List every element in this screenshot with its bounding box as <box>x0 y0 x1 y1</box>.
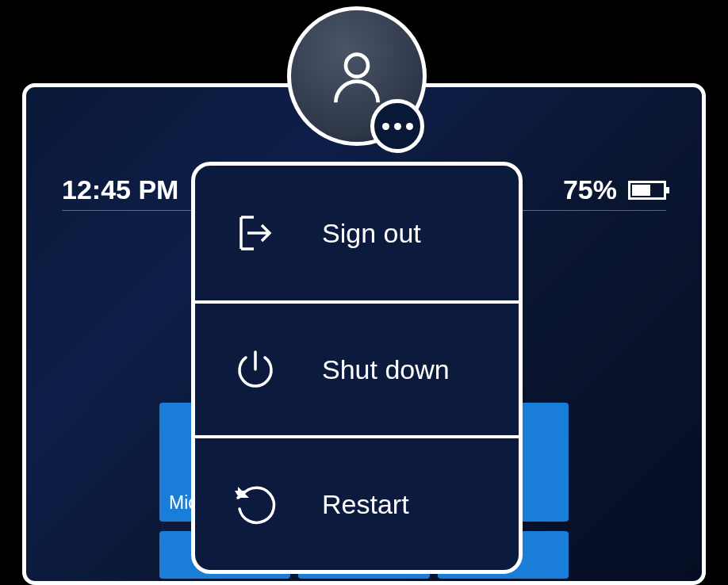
sign-out-button[interactable]: Sign out <box>195 166 519 300</box>
power-menu: Sign out Shut down Restart <box>191 162 523 574</box>
restart-button[interactable]: Restart <box>195 435 519 570</box>
battery-icon <box>628 181 666 200</box>
power-icon <box>233 347 278 392</box>
shut-down-button[interactable]: Shut down <box>195 300 519 435</box>
battery-percent: 75% <box>563 174 617 205</box>
svg-point-0 <box>346 55 368 77</box>
menu-label: Shut down <box>322 354 450 385</box>
restart-icon <box>233 482 278 526</box>
more-options-button[interactable] <box>370 99 424 153</box>
person-icon <box>325 44 389 108</box>
menu-label: Sign out <box>322 218 421 249</box>
ellipsis-icon <box>382 123 389 130</box>
clock-time: 12:45 PM <box>62 174 178 205</box>
battery-status: 75% <box>563 174 666 205</box>
sign-out-icon <box>233 211 278 255</box>
menu-label: Restart <box>322 489 409 520</box>
